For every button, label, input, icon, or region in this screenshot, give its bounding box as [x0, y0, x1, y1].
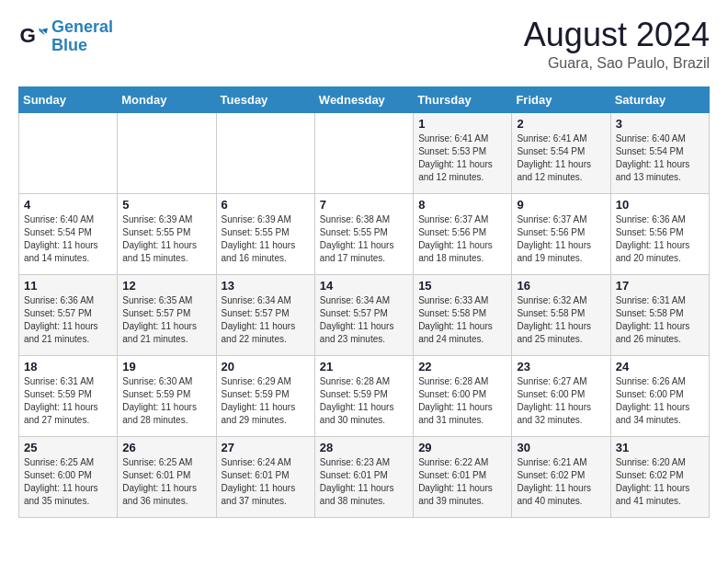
- calendar-cell: 19Sunrise: 6:30 AM Sunset: 5:59 PM Dayli…: [118, 356, 216, 437]
- calendar-cell: 28Sunrise: 6:23 AM Sunset: 6:01 PM Dayli…: [314, 437, 413, 518]
- day-number: 24: [616, 360, 704, 373]
- day-number: 4: [24, 198, 112, 212]
- calendar-cell: 31Sunrise: 6:20 AM Sunset: 6:02 PM Dayli…: [610, 437, 709, 518]
- calendar-cell: 30Sunrise: 6:21 AM Sunset: 6:02 PM Dayli…: [512, 437, 610, 518]
- calendar-cell: 7Sunrise: 6:38 AM Sunset: 5:55 PM Daylig…: [314, 194, 413, 275]
- calendar-cell: 9Sunrise: 6:37 AM Sunset: 5:56 PM Daylig…: [512, 194, 610, 275]
- calendar-cell: 16Sunrise: 6:32 AM Sunset: 5:58 PM Dayli…: [512, 275, 610, 356]
- day-info: Sunrise: 6:36 AM Sunset: 5:56 PM Dayligh…: [616, 213, 704, 265]
- day-info: Sunrise: 6:39 AM Sunset: 5:55 PM Dayligh…: [222, 213, 310, 265]
- day-info: Sunrise: 6:37 AM Sunset: 5:56 PM Dayligh…: [517, 213, 605, 265]
- day-number: 10: [616, 198, 704, 212]
- calendar-cell: [118, 113, 216, 194]
- day-number: 8: [418, 198, 506, 212]
- day-number: 2: [517, 117, 605, 131]
- logo-text: General Blue: [51, 18, 113, 55]
- calendar-cell: 11Sunrise: 6:36 AM Sunset: 5:57 PM Dayli…: [19, 275, 118, 356]
- day-info: Sunrise: 6:41 AM Sunset: 5:53 PM Dayligh…: [418, 132, 506, 184]
- calendar-cell: 27Sunrise: 6:24 AM Sunset: 6:01 PM Dayli…: [216, 437, 314, 518]
- calendar-cell: 4Sunrise: 6:40 AM Sunset: 5:54 PM Daylig…: [19, 194, 118, 275]
- calendar-cell: 12Sunrise: 6:35 AM Sunset: 5:57 PM Dayli…: [118, 275, 216, 356]
- day-info: Sunrise: 6:27 AM Sunset: 6:00 PM Dayligh…: [517, 375, 605, 427]
- calendar-cell: 13Sunrise: 6:34 AM Sunset: 5:57 PM Dayli…: [216, 275, 314, 356]
- day-info: Sunrise: 6:28 AM Sunset: 6:00 PM Dayligh…: [418, 375, 506, 427]
- day-info: Sunrise: 6:35 AM Sunset: 5:57 PM Dayligh…: [122, 294, 210, 346]
- calendar-cell: [19, 113, 118, 194]
- calendar-cell: 18Sunrise: 6:31 AM Sunset: 5:59 PM Dayli…: [19, 356, 118, 437]
- day-number: 26: [122, 441, 210, 454]
- day-number: 16: [517, 279, 605, 293]
- day-number: 25: [24, 441, 112, 454]
- day-info: Sunrise: 6:23 AM Sunset: 6:01 PM Dayligh…: [320, 456, 408, 508]
- svg-text:G: G: [20, 24, 36, 47]
- month-title: August 2024: [524, 18, 710, 52]
- week-row-3: 18Sunrise: 6:31 AM Sunset: 5:59 PM Dayli…: [19, 356, 710, 437]
- day-info: Sunrise: 6:22 AM Sunset: 6:01 PM Dayligh…: [418, 456, 506, 508]
- logo: G General Blue: [18, 18, 113, 55]
- day-info: Sunrise: 6:28 AM Sunset: 5:59 PM Dayligh…: [320, 375, 408, 427]
- day-info: Sunrise: 6:34 AM Sunset: 5:57 PM Dayligh…: [222, 294, 310, 346]
- calendar-cell: 26Sunrise: 6:25 AM Sunset: 6:01 PM Dayli…: [118, 437, 216, 518]
- day-number: 12: [122, 279, 210, 293]
- day-number: 22: [418, 360, 506, 373]
- calendar-cell: 5Sunrise: 6:39 AM Sunset: 5:55 PM Daylig…: [118, 194, 216, 275]
- calendar-cell: 23Sunrise: 6:27 AM Sunset: 6:00 PM Dayli…: [512, 356, 610, 437]
- week-row-1: 4Sunrise: 6:40 AM Sunset: 5:54 PM Daylig…: [19, 194, 710, 275]
- calendar-cell: 15Sunrise: 6:33 AM Sunset: 5:58 PM Dayli…: [414, 275, 512, 356]
- day-info: Sunrise: 6:25 AM Sunset: 6:00 PM Dayligh…: [24, 456, 112, 508]
- day-number: 27: [222, 441, 310, 454]
- day-number: 31: [616, 441, 704, 454]
- calendar-cell: 17Sunrise: 6:31 AM Sunset: 5:58 PM Dayli…: [610, 275, 709, 356]
- day-number: 5: [122, 198, 210, 212]
- weekday-header-thursday: Thursday: [414, 87, 512, 113]
- calendar-cell: 24Sunrise: 6:26 AM Sunset: 6:00 PM Dayli…: [610, 356, 709, 437]
- day-info: Sunrise: 6:30 AM Sunset: 5:59 PM Dayligh…: [122, 375, 210, 427]
- calendar-cell: 8Sunrise: 6:37 AM Sunset: 5:56 PM Daylig…: [414, 194, 512, 275]
- weekday-header-row: SundayMondayTuesdayWednesdayThursdayFrid…: [19, 87, 710, 113]
- day-info: Sunrise: 6:26 AM Sunset: 6:00 PM Dayligh…: [616, 375, 704, 427]
- week-row-4: 25Sunrise: 6:25 AM Sunset: 6:00 PM Dayli…: [19, 437, 710, 518]
- day-info: Sunrise: 6:25 AM Sunset: 6:01 PM Dayligh…: [122, 456, 210, 508]
- calendar-cell: 29Sunrise: 6:22 AM Sunset: 6:01 PM Dayli…: [414, 437, 512, 518]
- day-info: Sunrise: 6:24 AM Sunset: 6:01 PM Dayligh…: [222, 456, 310, 508]
- day-info: Sunrise: 6:34 AM Sunset: 5:57 PM Dayligh…: [320, 294, 408, 346]
- day-number: 23: [517, 360, 605, 373]
- day-info: Sunrise: 6:31 AM Sunset: 5:58 PM Dayligh…: [616, 294, 704, 346]
- weekday-header-wednesday: Wednesday: [314, 87, 413, 113]
- day-number: 21: [320, 360, 408, 373]
- calendar-cell: 6Sunrise: 6:39 AM Sunset: 5:55 PM Daylig…: [216, 194, 314, 275]
- day-info: Sunrise: 6:39 AM Sunset: 5:55 PM Dayligh…: [122, 213, 210, 265]
- day-number: 17: [616, 279, 704, 293]
- calendar-cell: 2Sunrise: 6:41 AM Sunset: 5:54 PM Daylig…: [512, 113, 610, 194]
- calendar-cell: 14Sunrise: 6:34 AM Sunset: 5:57 PM Dayli…: [314, 275, 413, 356]
- weekday-header-tuesday: Tuesday: [216, 87, 314, 113]
- calendar-cell: 20Sunrise: 6:29 AM Sunset: 5:59 PM Dayli…: [216, 356, 314, 437]
- week-row-2: 11Sunrise: 6:36 AM Sunset: 5:57 PM Dayli…: [19, 275, 710, 356]
- day-info: Sunrise: 6:38 AM Sunset: 5:55 PM Dayligh…: [320, 213, 408, 265]
- calendar-cell: 10Sunrise: 6:36 AM Sunset: 5:56 PM Dayli…: [610, 194, 709, 275]
- day-number: 14: [320, 279, 408, 293]
- day-number: 28: [320, 441, 408, 454]
- logo-icon: G: [18, 22, 48, 52]
- day-number: 3: [616, 117, 704, 131]
- day-number: 6: [222, 198, 310, 212]
- day-info: Sunrise: 6:40 AM Sunset: 5:54 PM Dayligh…: [24, 213, 112, 265]
- location: Guara, Sao Paulo, Brazil: [524, 55, 710, 72]
- day-number: 19: [122, 360, 210, 373]
- day-info: Sunrise: 6:20 AM Sunset: 6:02 PM Dayligh…: [616, 456, 704, 508]
- day-number: 15: [418, 279, 506, 293]
- day-number: 1: [418, 117, 506, 131]
- weekday-header-friday: Friday: [512, 87, 610, 113]
- calendar-cell: 3Sunrise: 6:40 AM Sunset: 5:54 PM Daylig…: [610, 113, 709, 194]
- day-info: Sunrise: 6:33 AM Sunset: 5:58 PM Dayligh…: [418, 294, 506, 346]
- day-info: Sunrise: 6:32 AM Sunset: 5:58 PM Dayligh…: [517, 294, 605, 346]
- calendar-cell: 25Sunrise: 6:25 AM Sunset: 6:00 PM Dayli…: [19, 437, 118, 518]
- calendar-cell: 1Sunrise: 6:41 AM Sunset: 5:53 PM Daylig…: [414, 113, 512, 194]
- day-info: Sunrise: 6:37 AM Sunset: 5:56 PM Dayligh…: [418, 213, 506, 265]
- day-info: Sunrise: 6:40 AM Sunset: 5:54 PM Dayligh…: [616, 132, 704, 184]
- week-row-0: 1Sunrise: 6:41 AM Sunset: 5:53 PM Daylig…: [19, 113, 710, 194]
- day-info: Sunrise: 6:29 AM Sunset: 5:59 PM Dayligh…: [222, 375, 310, 427]
- day-number: 20: [222, 360, 310, 373]
- day-info: Sunrise: 6:21 AM Sunset: 6:02 PM Dayligh…: [517, 456, 605, 508]
- day-number: 7: [320, 198, 408, 212]
